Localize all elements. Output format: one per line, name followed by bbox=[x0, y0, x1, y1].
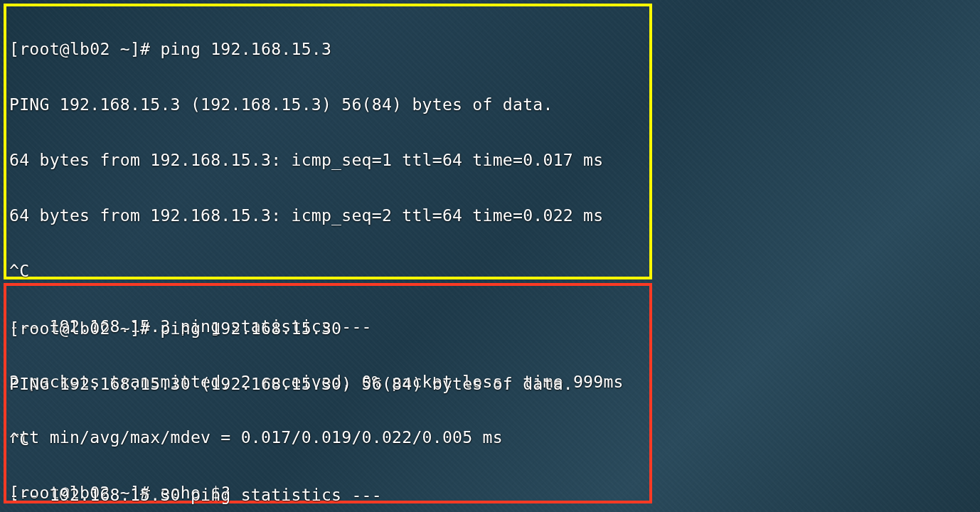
terminal-line: 64 bytes from 192.168.15.3: icmp_seq=2 t… bbox=[9, 201, 646, 229]
terminal-line: --- 192.168.15.30 ping statistics --- bbox=[9, 481, 646, 508]
terminal-line: 64 bytes from 192.168.15.3: icmp_seq=1 t… bbox=[9, 146, 646, 174]
terminal-line: ^C bbox=[9, 257, 646, 284]
ping-success-block: [root@lb02 ~]# ping 192.168.15.3 PING 19… bbox=[4, 4, 652, 279]
terminal-line: ^C bbox=[9, 425, 646, 453]
terminal-line: [root@lb02 ~]# ping 192.168.15.3 bbox=[9, 35, 646, 63]
terminal-line: [root@lb02 ~]# ping 192.168.15.30 bbox=[9, 314, 646, 342]
ping-failure-block: [root@lb02 ~]# ping 192.168.15.30 PING 1… bbox=[4, 283, 652, 503]
terminal-line: PING 192.168.15.30 (192.168.15.30) 56(84… bbox=[9, 370, 646, 398]
terminal-line: PING 192.168.15.3 (192.168.15.3) 56(84) … bbox=[9, 90, 646, 118]
